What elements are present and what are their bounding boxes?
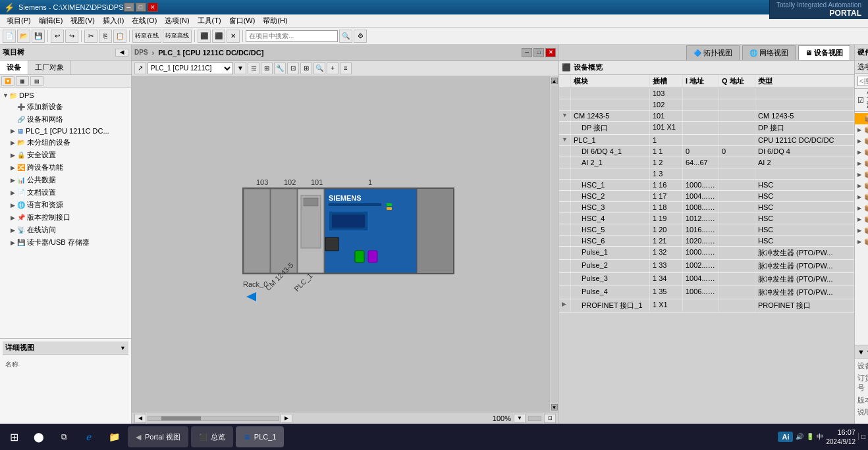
tree-item-version-ctrl[interactable]: ▶ 📌 版本控制接口 [0,211,131,224]
hw-search-input[interactable] [857,76,868,86]
filter-checkbox[interactable]: ☑ [857,96,864,105]
cut-btn[interactable]: ✂ [84,30,97,43]
h-scrollbar-thumb[interactable] [161,416,201,420]
device-list-btn[interactable]: ☰ [248,63,259,74]
portal-view-tab[interactable]: ◀ Portal 视图 [128,426,188,447]
start-btn[interactable]: ⊞ [3,426,25,448]
table-row[interactable]: Pulse_4 1 35 1006...10... 脉冲发生器 (PTO/PW.… [559,286,854,299]
tree-item-plc1[interactable]: ▶ 🖥 PLC_1 [CPU 1211C DC... [0,126,131,136]
table-row[interactable]: Pulse_2 1 33 1002...10... 脉冲发生器 (PTO/PW.… [559,260,854,273]
tree-item-online-access[interactable]: ▶ 📡 在线访问 [0,224,131,236]
table-row[interactable]: ▼ CM 1243-5 101 CM 1243-5 [559,111,854,122]
browser-btn[interactable]: ℯ [78,426,100,448]
fit-view-btn[interactable]: ⊡ [544,414,556,423]
table-row[interactable]: HSC_6 1 21 1020...10... HSC [559,236,854,247]
hw-category-comm-modules[interactable]: ▶ 📦 Communications modules [855,225,868,236]
device-tool-select[interactable]: ↗ [134,63,146,74]
slot-103[interactable] [244,189,270,273]
zoom-bar[interactable] [528,416,541,421]
overview-tab[interactable]: ⬛ 总览 [191,426,233,447]
new-btn[interactable]: 📄 [3,30,16,43]
tab-topology[interactable]: 🔷 拓扑视图 [686,45,740,60]
tree-item-languages[interactable]: ▶ 🌐 语言和资源 [0,199,131,211]
tab-device-view[interactable]: 🖥 设备视图 [798,45,850,60]
device-tool-a[interactable]: 🔧 [274,63,286,74]
hw-category-dq[interactable]: ▶ 📦 DQ [855,169,868,180]
close-btn[interactable]: ✕ [148,3,158,12]
go-online-btn[interactable]: 转至在线 [132,30,161,43]
hw-category-di[interactable]: ▶ 📦 DI [855,158,868,169]
table-row[interactable]: ▼ PLC_1 1 CPU 1211C DC/DC/DC [559,135,854,146]
hw-category-communications-boards[interactable]: ▶ 📦 Communications boards [855,136,868,147]
go-offline-btn[interactable]: 转至高线 [163,30,192,43]
menu-tools[interactable]: 工具(T) [194,14,225,27]
tree-item-ungroup[interactable]: ▶ 📂 未分组的设备 [0,136,131,149]
toolbar-icon1[interactable]: ⬛ [198,30,211,43]
taskview-btn[interactable]: ⧉ [53,426,75,448]
explorer-btn[interactable]: 📁 [103,426,125,448]
menu-options[interactable]: 选项(N) [161,14,193,27]
table-row[interactable]: DI 6/DQ 4_1 1 1 0 0 DI 6/DQ 4 [559,146,854,157]
search-btn[interactable]: 🔍 [339,30,352,43]
subwin-minimize[interactable]: ─ [522,48,532,57]
toolbar-icon3[interactable]: ✕ [227,30,240,43]
menu-edit[interactable]: 编辑(E) [35,14,67,27]
tree-toolbar-btn3[interactable]: ▤ [30,76,43,86]
minimize-btn[interactable]: ─ [124,3,134,12]
table-row[interactable]: 1 3 [559,168,854,180]
search-taskbar-btn[interactable]: ⬤ [28,426,50,448]
hw-category-di-dq[interactable]: ▶ 📦 DI/DQ [855,180,868,191]
table-row[interactable]: HSC_5 1 20 1016...10... HSC [559,224,854,236]
device-grid-btn[interactable]: ⊞ [261,63,273,74]
device-zoom-in[interactable]: + [327,63,339,74]
zoom-scroll[interactable]: ▼ [514,414,526,423]
device-settings[interactable]: ≡ [340,63,352,74]
plc1-tab[interactable]: 🖥 PLC_1 [236,426,285,447]
tree-item-card-reader[interactable]: ▶ 💾 读卡器/USB 存储器 [0,236,131,249]
table-row[interactable]: HSC_3 1 18 1008...10... HSC [559,202,854,213]
hw-category-aq[interactable]: ▶ 📦 AQ [855,203,868,214]
clock[interactable]: 16:07 2024/9/12 [826,428,855,445]
menu-online[interactable]: 在线(O) [128,14,161,27]
tree-item-doc-settings[interactable]: ▶ 📄 文档设置 [0,186,131,199]
tree-item-add-device[interactable]: ➕ 添加新设备 [0,101,131,113]
subwin-close[interactable]: ✕ [545,48,556,57]
table-row[interactable]: AI 2_1 1 2 64...67 AI 2 [559,157,854,168]
undo-btn[interactable]: ↩ [51,30,64,43]
table-row[interactable]: DP 接口 101 X1 DP 接口 [559,122,854,135]
tree-item-public-data[interactable]: ▶ 📊 公共数据 [0,174,131,186]
device-select[interactable]: PLC_1 [CPU 1211C] [148,63,233,74]
scroll-right-btn[interactable]: ▶ [281,414,292,423]
copy-btn[interactable]: ⎘ [99,30,112,43]
tree-item-dps[interactable]: ▼ 📁 DPS [0,90,131,101]
table-row[interactable]: HSC_1 1 16 1000...10... HSC [559,180,854,191]
tree-item-security[interactable]: ▶ 🔒 安全设置 [0,149,131,161]
hw-category-ai-aq[interactable]: ▶ 📦 AI/AQ [855,214,868,225]
device-zoom-fit[interactable]: 🔍 [313,63,325,74]
open-btn[interactable]: 📂 [17,30,30,43]
device-canvas[interactable]: ▲ ▼ 103 102 101 1 [132,76,558,412]
menu-project[interactable]: 项目(P) [3,14,35,27]
table-row[interactable]: ▶ PROFINET 接口_1 1 X1 PROFINET 接口 [559,299,854,312]
scroll-left-btn[interactable]: ◀ [134,414,146,423]
hw-category-cpu[interactable]: 📦 CPU [855,113,868,124]
subwin-maximize[interactable]: □ [533,48,544,57]
save-btn[interactable]: 💾 [32,30,45,43]
menu-window[interactable]: 窗口(W) [225,14,259,27]
table-row[interactable]: HSC_4 1 19 1012...10... HSC [559,213,854,224]
tree-collapse-btn[interactable]: ◀ [115,49,128,57]
device-tool-b[interactable]: ⊡ [287,63,299,74]
tab-factory[interactable]: 工厂对象 [28,61,71,74]
tree-toolbar-btn2[interactable]: ▦ [16,76,29,86]
table-row[interactable]: Pulse_1 1 32 1000...10... 脉冲发生器 (PTO/PW.… [559,247,854,260]
menu-help[interactable]: 帮助(H) [259,14,291,27]
settings-btn[interactable]: ⚙ [354,30,367,43]
h-scrollbar[interactable] [148,416,279,421]
toolbar-icon2[interactable]: ⬛ [212,30,225,43]
maximize-btn[interactable]: □ [136,3,146,12]
tree-item-cross-device[interactable]: ▶ 🔀 跨设备功能 [0,161,131,174]
hw-category-tech-modules[interactable]: ▶ 📦 Technology modules [855,236,868,247]
hw-category-ai[interactable]: ▶ 📦 AI [855,191,868,203]
tia-taskbar-icon[interactable]: Ai [778,432,793,442]
hw-category-battery-boards[interactable]: ▶ 📦 Battery boards [855,147,868,158]
